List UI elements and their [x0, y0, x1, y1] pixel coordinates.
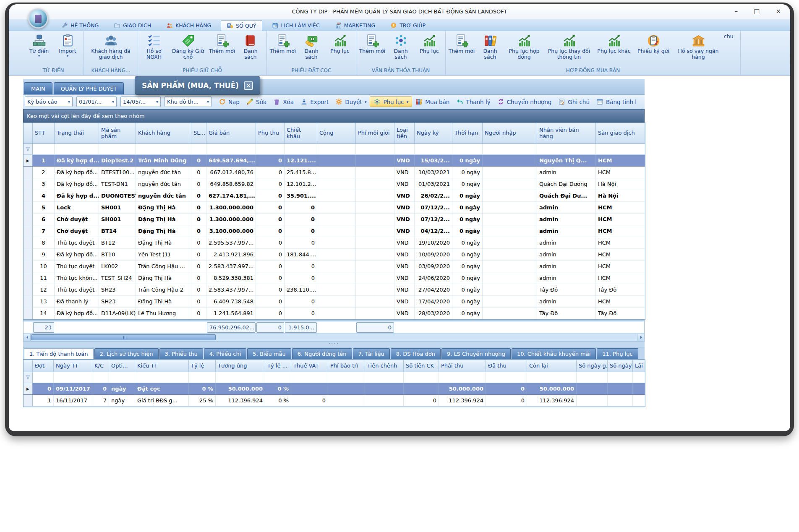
cell[interactable]: 27/04/2020: [415, 284, 452, 296]
cell[interactable]: ngày: [109, 383, 135, 395]
cell[interactable]: 0: [256, 225, 285, 237]
cell[interactable]: [404, 383, 439, 395]
cell[interactable]: [356, 202, 394, 214]
cell[interactable]: 26/02/2...: [415, 190, 452, 202]
cell[interactable]: 0: [33, 383, 54, 395]
cell[interactable]: [317, 190, 356, 202]
cell[interactable]: Đặng Thị Hà: [136, 296, 191, 308]
filter-cell[interactable]: [415, 144, 452, 155]
cell[interactable]: Thủ tục duyệt: [55, 284, 99, 296]
cell[interactable]: [317, 202, 356, 214]
scroll-left-button[interactable]: [24, 334, 31, 341]
column-header[interactable]: Ngày TT: [54, 360, 92, 372]
filter-dropdown[interactable]: 14/05/...▾: [120, 96, 161, 107]
cell[interactable]: Thủ tục duyệt: [55, 261, 99, 272]
ribbon-button[interactable]: Danh sách: [476, 33, 504, 60]
table-row[interactable]: 7Chờ duyệtBT14Đặng Thị Hà03.100.000.0000…: [24, 225, 645, 237]
column-header[interactable]: SL...: [191, 123, 206, 144]
cell[interactable]: Thủ tục khôn...: [55, 272, 99, 284]
cell[interactable]: [356, 225, 394, 237]
cell[interactable]: admin: [537, 225, 596, 237]
cell[interactable]: 0: [256, 190, 285, 202]
filter-cell[interactable]: [206, 144, 256, 155]
table-row[interactable]: 13Đã thanh lýSH23Đặng Thị Hà06.409.738.5…: [24, 296, 645, 308]
cell[interactable]: Đặng Thị Hà: [136, 214, 191, 225]
menu-tab-folder[interactable]: GIAO DỊCH: [108, 20, 157, 31]
cell[interactable]: 0: [256, 202, 285, 214]
cell[interactable]: admin: [537, 237, 596, 249]
cell[interactable]: [317, 261, 356, 272]
ribbon-button[interactable]: Thêm mới: [269, 33, 297, 54]
cell[interactable]: 0: [191, 284, 206, 296]
cell[interactable]: 238.110....: [285, 284, 317, 296]
ribbon-button[interactable]: Phụ lục thay đổi thông tin: [544, 33, 594, 60]
cell[interactable]: 0: [291, 395, 328, 407]
cell[interactable]: 01/03/2021: [415, 178, 452, 190]
toolbar-button-undo[interactable]: Thanh lý: [453, 97, 494, 107]
cell[interactable]: 1.300.000.000: [206, 214, 256, 225]
cell[interactable]: HCM: [596, 214, 645, 225]
cell[interactable]: Nguyễn Thị Q...: [537, 155, 596, 167]
cell[interactable]: VND: [394, 178, 415, 190]
cell[interactable]: [483, 284, 537, 296]
table-row[interactable]: 6Chờ duyệtSH001Đặng Thị Hà01.300.000.000…: [24, 214, 645, 225]
cell[interactable]: [317, 155, 356, 167]
cell[interactable]: HCM: [596, 237, 645, 249]
column-header[interactable]: Tỷ lệ ...: [265, 360, 291, 372]
cell[interactable]: 0: [191, 249, 206, 261]
cell[interactable]: [356, 308, 394, 319]
bottom-tab[interactable]: 7. Tài liệu: [353, 348, 390, 359]
cell[interactable]: 0 ngày: [452, 225, 483, 237]
tab-quan-ly-phe-duyet[interactable]: QUẢN LÝ PHÊ DUYỆT: [54, 82, 124, 94]
cell[interactable]: Đã ký hợp đồ...: [55, 308, 99, 319]
table-row[interactable]: 9Đã ký hợp đồ...BT10Yến Test (1)02.413.9…: [24, 249, 645, 261]
column-header[interactable]: Chiết khấu: [285, 123, 317, 144]
ribbon-button[interactable]: Phụ lục hợp đồng: [505, 33, 543, 60]
filter-cell[interactable]: [439, 372, 486, 383]
cell[interactable]: DUONGTEST: [99, 190, 136, 202]
bottom-tab[interactable]: 2. Lịch sử thực hiện: [94, 348, 159, 359]
maximize-button[interactable]: □: [754, 7, 760, 16]
cell[interactable]: Chờ duyệt: [55, 214, 99, 225]
toolbar-button-gear[interactable]: Duyệt▾: [332, 97, 370, 107]
column-header[interactable]: STT: [33, 123, 55, 144]
filter-cell[interactable]: [99, 144, 136, 155]
cell[interactable]: Chờ duyệt: [55, 225, 99, 237]
cell[interactable]: [483, 249, 537, 261]
cell[interactable]: [633, 383, 645, 395]
bottom-tab[interactable]: 8. DS Hóa đơn: [391, 348, 441, 359]
cell[interactable]: [483, 237, 537, 249]
cell[interactable]: HCM: [596, 261, 645, 272]
table-row[interactable]: 11Thủ tục khôn...TEST_SH24Đặng Thị Hà08.…: [24, 272, 645, 284]
cell[interactable]: [328, 383, 365, 395]
cell[interactable]: 0: [404, 395, 439, 407]
cell[interactable]: [356, 167, 394, 178]
cell[interactable]: 2.413.921.896: [206, 249, 256, 261]
filter-cell[interactable]: [33, 144, 55, 155]
ribbon-button[interactable]: Đăng ký Giữ chỗ: [169, 33, 207, 60]
cell[interactable]: 3.100.000.000: [206, 225, 256, 237]
cell[interactable]: 0 %: [265, 395, 291, 407]
cell[interactable]: 1.241.564.891: [206, 308, 256, 319]
column-header[interactable]: K/C: [92, 360, 109, 372]
toolbar-button-pencil[interactable]: Sửa: [243, 97, 270, 107]
ribbon-button[interactable]: Phụ lục: [326, 33, 354, 54]
cell[interactable]: [365, 383, 404, 395]
cell[interactable]: 0: [285, 272, 317, 284]
cell[interactable]: [483, 261, 537, 272]
cell[interactable]: [356, 249, 394, 261]
tab-main[interactable]: MAIN: [24, 82, 52, 94]
cell[interactable]: 07/12/2...: [415, 214, 452, 225]
table-row[interactable]: 14Đã ký hợp đồ...D11A-09(LK)Lê Thu Hương…: [24, 308, 645, 319]
filter-cell[interactable]: [394, 144, 415, 155]
ribbon-button[interactable]: Khách hàng đã giao dịch: [86, 33, 136, 60]
ribbon-button[interactable]: chu: [724, 33, 738, 39]
cell[interactable]: 0: [256, 261, 285, 272]
column-header[interactable]: Sàn giao dịch: [596, 123, 645, 144]
cell[interactable]: [483, 296, 537, 308]
tab-san-pham-mua-thue[interactable]: SẢN PHẨM (MUA, THUÊ) ×: [135, 76, 260, 95]
cell[interactable]: 2.583.437.997...: [206, 284, 256, 296]
cell[interactable]: 0 ngày: [452, 308, 483, 319]
filter-cell[interactable]: [55, 144, 99, 155]
cell[interactable]: HCM: [596, 155, 645, 167]
